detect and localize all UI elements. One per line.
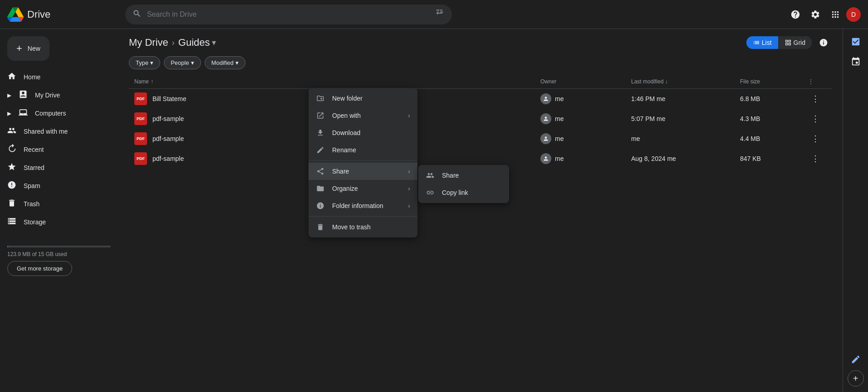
apps-button[interactable] [826, 5, 844, 24]
table-row[interactable]: PDF pdf-sample me me 4.4 MB ⋮ [129, 129, 832, 149]
more-options-button[interactable]: ⋮ [808, 111, 823, 126]
list-view-button[interactable]: List [746, 36, 778, 49]
context-menu-download[interactable]: Download [309, 124, 417, 141]
modified-cell: me [631, 135, 740, 142]
recent-icon [7, 144, 16, 155]
sidebar-item-label-trash: Trash [24, 200, 39, 208]
sub-copy-link-icon [426, 189, 435, 197]
storage-icon [7, 217, 16, 228]
owner-avatar [540, 113, 551, 124]
new-button[interactable]: + New [7, 36, 49, 61]
sidebar-item-recent[interactable]: Recent [0, 140, 111, 159]
size-cell: 6.8 MB [740, 95, 808, 102]
context-menu-new-folder[interactable]: New folder [309, 90, 417, 107]
context-menu-open-with[interactable]: Open with › [309, 107, 417, 124]
spam-icon [7, 180, 16, 192]
sidebar-item-home[interactable]: Home [0, 68, 111, 86]
sub-share-icon [426, 171, 435, 179]
ctx-folder-info-label: Folder information [332, 202, 383, 209]
sub-menu-copy-link[interactable]: Copy link [418, 184, 509, 201]
filter-type-chevron: ▾ [150, 59, 153, 66]
filter-type[interactable]: Type ▾ [129, 56, 160, 69]
sidebar-item-label-starred: Starred [24, 164, 44, 171]
new-plus-icon: + [16, 44, 22, 53]
sidebar-item-trash[interactable]: Trash [0, 195, 111, 213]
search-input[interactable] [147, 10, 430, 19]
file-table: Name ↑ Owner Last modified ↓ File size ⋮… [118, 75, 843, 392]
filter-modified[interactable]: Modified ▾ [205, 56, 245, 69]
my-drive-expand-icon: ▸ [7, 90, 11, 100]
more-options-button[interactable]: ⋮ [808, 92, 823, 106]
ctx-rename-label: Rename [332, 146, 356, 154]
sidebar-item-computers[interactable]: ▸ Computers [0, 104, 111, 122]
ctx-organize-label: Organize [332, 185, 358, 192]
search-filter-icon[interactable] [436, 9, 445, 20]
settings-button[interactable] [806, 5, 824, 24]
folder-info-arrow-icon: › [408, 202, 410, 209]
sidebar: + New Home ▸ My Drive ▸ Computers [0, 29, 118, 392]
sort-icon: ↑ [151, 78, 153, 85]
help-button[interactable] [786, 5, 804, 24]
filter-modified-chevron: ▾ [235, 59, 239, 66]
breadcrumb-parent[interactable]: My Drive [129, 37, 168, 48]
filter-people-chevron: ▾ [191, 59, 194, 66]
open-with-icon [316, 111, 325, 120]
move-trash-icon [316, 223, 325, 231]
ctx-share-label: Share [332, 168, 349, 175]
filter-bar: Type ▾ People ▾ Modified ▾ [118, 56, 843, 75]
breadcrumb-current-label: Guides [178, 37, 210, 48]
rs-calendar-icon[interactable] [847, 53, 865, 71]
sidebar-item-storage[interactable]: Storage [0, 213, 111, 231]
sidebar-item-spam[interactable]: Spam [0, 177, 111, 195]
grid-view-button[interactable]: Grid [778, 36, 812, 49]
ctx-divider [309, 160, 417, 161]
col-header-modified[interactable]: Last modified ↓ [631, 78, 740, 85]
filter-type-label: Type [136, 59, 148, 66]
modified-cell: 5:07 PM me [631, 115, 740, 122]
storage-section: 123.9 MB of 15 GB used Get more storage [0, 235, 118, 283]
view-toggle: List Grid [746, 36, 812, 49]
grid-view-label: Grid [794, 39, 805, 46]
context-menu-share[interactable]: Share › [309, 163, 417, 180]
sidebar-item-label-home: Home [24, 73, 40, 81]
pdf-icon: PDF [134, 152, 147, 165]
sub-menu-share[interactable]: Share [418, 167, 509, 184]
col-header-name[interactable]: Name ↑ [134, 78, 540, 85]
table-header: Name ↑ Owner Last modified ↓ File size ⋮ [129, 75, 832, 89]
context-menu-organize[interactable]: Organize › [309, 180, 417, 197]
rs-tasks-icon[interactable] [847, 33, 865, 51]
table-row[interactable]: PDF pdf-sample me 5:07 PM me 4.3 MB ⋮ [129, 109, 832, 129]
context-menu: New folder Open with › Download [309, 88, 417, 237]
get-storage-button[interactable]: Get more storage [7, 261, 72, 276]
ctx-divider2 [309, 216, 417, 217]
file-name: pdf-sample [152, 115, 184, 122]
rename-icon [316, 146, 325, 154]
breadcrumb-arrow-icon: › [172, 38, 175, 48]
topbar-right: D [786, 5, 861, 24]
owner-name: me [555, 135, 564, 142]
info-button[interactable] [815, 34, 832, 51]
rs-add-button[interactable]: + [848, 370, 864, 387]
ctx-download-label: Download [332, 129, 360, 136]
search-icon [132, 9, 142, 19]
context-menu-folder-information[interactable]: Folder information › [309, 197, 417, 214]
table-row[interactable]: PDF Bill Stateme me 1:46 PM me 6.8 MB ⋮ [129, 89, 832, 109]
search-bar[interactable] [125, 5, 452, 24]
more-options-button[interactable]: ⋮ [808, 151, 823, 166]
breadcrumb-current[interactable]: Guides ▾ [178, 37, 216, 48]
context-menu-rename[interactable]: Rename [309, 141, 417, 159]
rs-edit-icon[interactable] [847, 350, 865, 368]
more-options-button[interactable]: ⋮ [808, 131, 823, 146]
sidebar-item-shared-with-me[interactable]: Shared with me [0, 122, 111, 140]
sidebar-item-my-drive[interactable]: ▸ My Drive [0, 86, 111, 104]
context-menu-move-to-trash[interactable]: Move to trash [309, 218, 417, 236]
filter-people[interactable]: People ▾ [164, 56, 201, 69]
sidebar-item-starred[interactable]: Starred [0, 159, 111, 177]
pdf-icon: PDF [134, 112, 147, 125]
folder-info-icon [316, 202, 325, 210]
computers-expand-icon: ▸ [7, 108, 11, 118]
new-folder-icon [316, 94, 325, 102]
breadcrumb-chevron-icon: ▾ [212, 38, 216, 48]
size-cell: 847 KB [740, 155, 808, 162]
user-avatar[interactable]: D [846, 7, 861, 22]
